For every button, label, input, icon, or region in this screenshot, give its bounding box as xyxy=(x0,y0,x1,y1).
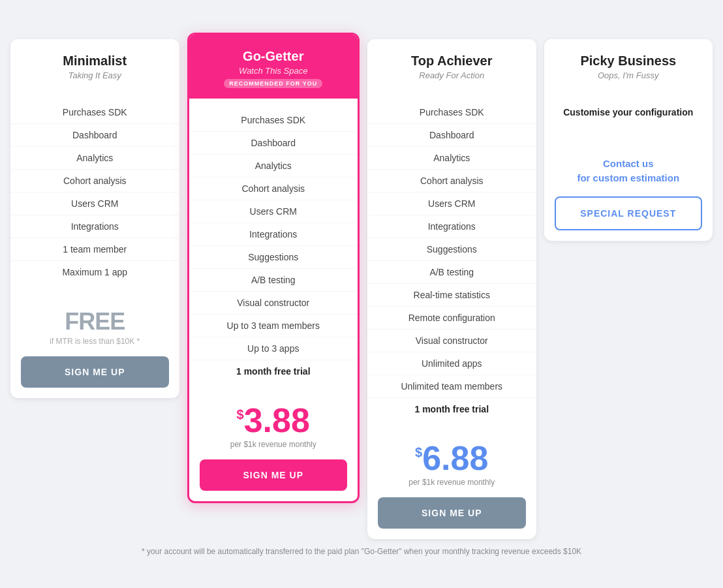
price-amount: 3.88 xyxy=(244,403,310,437)
recommended-badge: RECOMMENDED FOR YOU xyxy=(224,79,322,88)
list-item: Purchases SDK xyxy=(189,109,358,132)
price-note: if MTR is less than $10K * xyxy=(50,337,140,346)
btn-section-top-achiever: SIGN ME UP xyxy=(367,487,536,539)
contact-text: Contact usfor custom estimation xyxy=(577,157,679,186)
list-item: Cohort analysis xyxy=(10,170,179,193)
pricing-section-picky-business: Contact usfor custom estimation xyxy=(544,134,713,186)
price-period: per $1k revenue monthly xyxy=(230,440,316,449)
plan-tagline-minimalist: Taking It Easy xyxy=(21,70,169,80)
list-item: Suggestions xyxy=(189,246,358,269)
list-item: Customise your configuration xyxy=(544,101,713,123)
btn-section-go-getter: SIGN ME UP xyxy=(189,449,358,501)
signup-button-picky-business[interactable]: SPECIAL REQUEST xyxy=(555,196,703,230)
list-item: A/B testing xyxy=(367,261,536,284)
plan-header-top-achiever: Top AchieverReady For Action xyxy=(367,39,536,91)
plan-card-top-achiever: Top AchieverReady For ActionPurchases SD… xyxy=(367,39,536,539)
plan-name-top-achiever: Top Achiever xyxy=(378,54,526,69)
pricing-container: MinimalistTaking It EasyPurchases SDKDas… xyxy=(7,39,716,539)
plan-card-go-getter: Go-GetterWatch This SpaceRECOMMENDED FOR… xyxy=(187,33,360,503)
plan-header-minimalist: MinimalistTaking It Easy xyxy=(10,39,179,91)
list-item: Dashboard xyxy=(189,132,358,155)
list-item: 1 month free trial xyxy=(367,398,536,420)
list-item: Visual constructor xyxy=(367,330,536,352)
plan-tagline-picky-business: Oops, I'm Fussy xyxy=(555,70,703,80)
list-item: Dashboard xyxy=(367,124,536,147)
footnote: * your account will be automatically tra… xyxy=(142,547,581,556)
list-item: Integrations xyxy=(367,215,536,238)
signup-button-top-achiever[interactable]: SIGN ME UP xyxy=(378,497,526,529)
list-item: Analytics xyxy=(189,155,358,178)
btn-section-minimalist: SIGN ME UP xyxy=(10,346,179,398)
signup-button-minimalist[interactable]: SIGN ME UP xyxy=(21,356,169,388)
list-item: A/B testing xyxy=(189,269,358,292)
list-item: Users CRM xyxy=(10,193,179,215)
list-item: Cohort analysis xyxy=(189,178,358,200)
features-list-go-getter: Purchases SDKDashboardAnalyticsCohort an… xyxy=(189,99,358,393)
pricing-section-go-getter: $3.88per $1k revenue monthly xyxy=(189,393,358,449)
plan-name-picky-business: Picky Business xyxy=(555,54,703,69)
list-item: Up to 3 team members xyxy=(189,315,358,337)
plan-name-go-getter: Go-Getter xyxy=(200,49,348,64)
list-item: Suggestions xyxy=(367,238,536,261)
pricing-section-minimalist: FREEif MTR is less than $10K * xyxy=(10,294,179,346)
features-list-picky-business: Customise your configuration xyxy=(544,91,713,134)
price-amount: 6.88 xyxy=(422,441,488,475)
list-item: Visual constructor xyxy=(189,292,358,315)
list-item: Unlimited apps xyxy=(367,352,536,375)
list-item: 1 team member xyxy=(10,238,179,261)
price-free-label: FREE xyxy=(65,308,125,335)
btn-section-picky-business: SPECIAL REQUEST xyxy=(544,186,713,241)
list-item: Users CRM xyxy=(367,193,536,215)
price-dollar-sign: $ xyxy=(237,407,244,422)
price-main: $3.88 xyxy=(237,403,310,437)
list-item: Unlimited team members xyxy=(367,375,536,398)
list-item: Dashboard xyxy=(10,124,179,147)
plan-tagline-go-getter: Watch This Space xyxy=(200,66,348,76)
plan-tagline-top-achiever: Ready For Action xyxy=(378,70,526,80)
features-list-minimalist: Purchases SDKDashboardAnalyticsCohort an… xyxy=(10,91,179,294)
list-item: Integrations xyxy=(189,223,358,246)
plan-header-picky-business: Picky BusinessOops, I'm Fussy xyxy=(544,39,713,91)
plan-card-minimalist: MinimalistTaking It EasyPurchases SDKDas… xyxy=(10,39,179,398)
plan-name-minimalist: Minimalist xyxy=(21,54,169,69)
plan-card-picky-business: Picky BusinessOops, I'm FussyCustomise y… xyxy=(544,39,713,241)
list-item: Integrations xyxy=(10,215,179,238)
price-main: $6.88 xyxy=(415,441,488,475)
features-list-top-achiever: Purchases SDKDashboardAnalyticsCohort an… xyxy=(367,91,536,431)
signup-button-go-getter[interactable]: SIGN ME UP xyxy=(200,459,348,491)
list-item: Real-time statistics xyxy=(367,284,536,307)
list-item: Users CRM xyxy=(189,200,358,223)
price-dollar-sign: $ xyxy=(415,445,422,460)
list-item: Remote configuration xyxy=(367,307,536,330)
list-item: Cohort analysis xyxy=(367,170,536,193)
list-item: 1 month free trial xyxy=(189,360,358,382)
list-item: Analytics xyxy=(10,147,179,170)
list-item: Analytics xyxy=(367,147,536,170)
pricing-section-top-achiever: $6.88per $1k revenue monthly xyxy=(367,431,536,487)
list-item: Purchases SDK xyxy=(10,101,179,124)
plan-header-go-getter: Go-GetterWatch This SpaceRECOMMENDED FOR… xyxy=(189,35,358,99)
price-period: per $1k revenue monthly xyxy=(408,478,495,487)
list-item: Maximum 1 app xyxy=(10,261,179,283)
list-item: Up to 3 apps xyxy=(189,337,358,360)
list-item: Purchases SDK xyxy=(367,101,536,124)
